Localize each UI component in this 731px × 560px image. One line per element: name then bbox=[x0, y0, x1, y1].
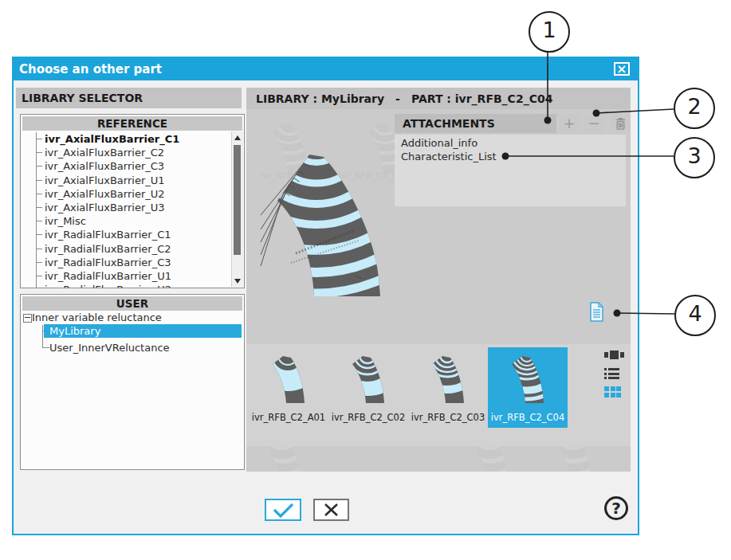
library-selector-header: LIBRARY SELECTOR bbox=[16, 88, 242, 108]
ok-button[interactable] bbox=[265, 499, 301, 521]
thumbnail-ivr-rfb-c2-c04[interactable]: ivr_RFB_C2_C04 bbox=[488, 347, 568, 428]
part-thumbnail-image bbox=[347, 354, 390, 408]
tree-rail bbox=[42, 325, 43, 347]
thumbnail-label: ivr_RFB_C2_A01 bbox=[252, 412, 325, 423]
close-icon bbox=[617, 65, 627, 73]
callout-4: 4 bbox=[674, 295, 716, 336]
header-separator: - bbox=[395, 92, 400, 105]
thumbnail-ivr-rfb-c2-a01[interactable]: ivr_RFB_C2_A01 bbox=[249, 347, 328, 428]
part-label: PART : ivr_RFB_C2_C04 bbox=[411, 92, 552, 105]
list-item[interactable]: ivr_RadialFluxBarrier_U1 bbox=[37, 269, 231, 283]
list-item[interactable]: ivr_RadialFluxBarrier_C3 bbox=[37, 256, 231, 269]
tree-stub bbox=[42, 347, 49, 348]
attachments-list: Additional_info Characteristic_List bbox=[395, 135, 626, 206]
part-header: LIBRARY : MyLibrary - PART : ivr_RFB_C2_… bbox=[246, 88, 631, 109]
scroll-down-icon[interactable] bbox=[232, 276, 242, 286]
minus-icon: − bbox=[588, 114, 599, 133]
list-item[interactable]: ivr_AxialFluxBarrier_C3 bbox=[37, 159, 231, 173]
tree-item-user-innervreluctance[interactable]: User_InnerVReluctance bbox=[49, 341, 170, 354]
thumbnail-label: ivr_RFB_C2_C04 bbox=[491, 412, 564, 423]
part-thumbnail-image bbox=[426, 354, 470, 408]
question-mark: ? bbox=[611, 499, 621, 518]
cancel-button[interactable] bbox=[313, 499, 349, 521]
document-icon[interactable] bbox=[589, 302, 604, 322]
thumbnail-ivr-rfb-c2-c03[interactable]: ivr_RFB_C2_C03 bbox=[408, 347, 488, 428]
callout-1: 1 bbox=[529, 11, 570, 53]
part-thumbnail-image bbox=[506, 354, 549, 408]
scrollbar-thumb[interactable] bbox=[234, 145, 241, 255]
view-carousel-icon[interactable] bbox=[604, 350, 624, 359]
callout-2: 2 bbox=[674, 88, 715, 129]
thumbnail-ivr-rfb-c2-c02[interactable]: ivr_RFB_C2_C02 bbox=[328, 347, 408, 428]
help-button[interactable]: ? bbox=[604, 496, 628, 520]
attachments-header: ATTACHMENTS bbox=[395, 114, 556, 133]
user-treebox: USER Inner variable reluctance MyLibrary… bbox=[20, 294, 245, 470]
view-list-icon[interactable] bbox=[604, 368, 619, 382]
thumbnail-label: ivr_RFB_C2_C02 bbox=[332, 412, 405, 423]
list-item[interactable]: ivr_Misc bbox=[37, 214, 231, 228]
close-button[interactable] bbox=[614, 62, 630, 76]
callout-number: 3 bbox=[687, 143, 701, 168]
list-item[interactable]: ivr_AxialFluxBarrier_U1 bbox=[37, 174, 231, 187]
user-header: USER bbox=[22, 296, 242, 311]
dialog-title: Choose an other part bbox=[19, 58, 162, 80]
attachment-delete-button[interactable] bbox=[610, 114, 631, 133]
list-item[interactable]: ivr_RadialFluxBarrier_C2 bbox=[37, 242, 231, 256]
list-item[interactable]: ivr_AxialFluxBarrier_C2 bbox=[37, 146, 231, 159]
thumbnail-label: ivr_RFB_C2_C03 bbox=[411, 412, 485, 423]
view-grid-icon[interactable] bbox=[604, 386, 621, 397]
part-detail-panel: LIBRARY : MyLibrary - PART : ivr_RFB_C2_… bbox=[246, 88, 631, 472]
trash-icon bbox=[615, 117, 627, 131]
list-item[interactable]: ivr_AxialFluxBarrier_U3 bbox=[37, 201, 231, 214]
callout-number: 2 bbox=[687, 94, 701, 119]
thumbnail-strip: ivr_RFB_C2_A01 ivr_RFB_C2_C02 bbox=[246, 344, 631, 446]
list-item[interactable]: ivr_RadialFluxBarrier_U2 bbox=[37, 283, 231, 288]
reference-list: ivr_AxialFluxBarrier_C1 ivr_AxialFluxBar… bbox=[36, 132, 231, 288]
x-icon bbox=[315, 500, 348, 519]
library-label: LIBRARY : MyLibrary bbox=[256, 92, 384, 105]
reference-header: REFERENCE bbox=[22, 116, 242, 131]
list-item[interactable]: ivr_RadialFluxBarrier_C1 bbox=[37, 228, 231, 241]
attachment-add-button[interactable]: + bbox=[559, 114, 580, 133]
part-thumbnail-image bbox=[267, 354, 310, 408]
tree-root-label[interactable]: Inner variable reluctance bbox=[32, 311, 162, 324]
collapse-icon[interactable] bbox=[23, 314, 32, 323]
callout-3: 3 bbox=[674, 137, 715, 178]
attachment-item[interactable]: Additional_info bbox=[401, 137, 626, 151]
attachment-item[interactable]: Characteristic_List bbox=[401, 151, 626, 164]
reference-scrollbar[interactable] bbox=[231, 131, 243, 287]
list-item[interactable]: ivr_AxialFluxBarrier_C1 bbox=[37, 132, 231, 146]
choose-part-dialog: Choose an other part LIBRARY SELECTOR RE… bbox=[12, 57, 639, 535]
reference-listbox: REFERENCE ivr_AxialFluxBarrier_C1 ivr_Ax… bbox=[20, 114, 245, 288]
callout-number: 1 bbox=[542, 18, 556, 42]
check-icon bbox=[266, 500, 300, 519]
part-preview-image bbox=[259, 112, 381, 306]
dialog-titlebar: Choose an other part bbox=[14, 58, 638, 80]
tree-item-mylibrary[interactable]: MyLibrary bbox=[44, 324, 242, 338]
scroll-up-icon[interactable] bbox=[232, 132, 242, 143]
list-item[interactable]: ivr_AxialFluxBarrier_U2 bbox=[37, 187, 231, 201]
attachment-remove-button[interactable]: − bbox=[584, 114, 604, 133]
page: Choose an other part LIBRARY SELECTOR RE… bbox=[0, 0, 731, 560]
plus-icon: + bbox=[563, 114, 575, 133]
callout-number: 4 bbox=[688, 301, 702, 326]
